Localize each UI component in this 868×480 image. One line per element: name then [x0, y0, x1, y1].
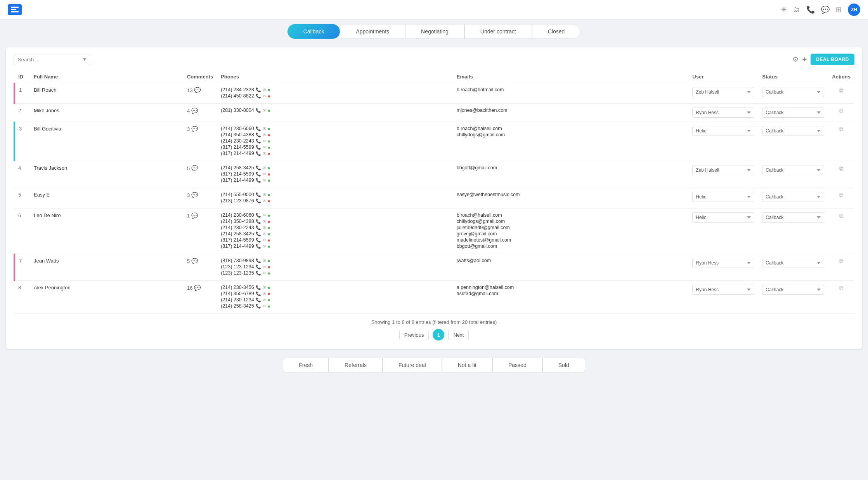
sms-icon[interactable]: ✉	[263, 94, 266, 99]
cell-status[interactable]: CallbackAppointmentsNegotiatingUnder con…	[758, 104, 828, 122]
add-icon[interactable]: +	[802, 55, 807, 64]
bottom-tab-not-a-fit[interactable]: Not a fit	[442, 358, 492, 372]
phone-call-icon[interactable]: 📞	[256, 264, 261, 270]
phone-call-icon[interactable]: 📞	[256, 198, 261, 203]
edit-icon[interactable]: ⧉	[839, 285, 844, 291]
filter-icon[interactable]: ⚙	[792, 55, 799, 64]
phone-call-icon[interactable]: 📞	[256, 126, 261, 131]
user-dropdown[interactable]: Zeb HalsellRyan HessHelio	[692, 126, 754, 136]
sms-icon[interactable]: ✉	[263, 172, 266, 177]
phone-call-icon[interactable]: 📞	[256, 285, 261, 290]
user-dropdown[interactable]: Zeb HalsellRyan HessHelio	[692, 165, 754, 175]
phone-call-icon[interactable]: 📞	[256, 271, 261, 276]
cell-user[interactable]: Zeb HalsellRyan HessHelio	[688, 104, 758, 122]
phone-call-icon[interactable]: 📞	[256, 151, 261, 156]
cell-user[interactable]: Zeb HalsellRyan HessHelio	[688, 188, 758, 209]
phone-call-icon[interactable]: 📞	[256, 297, 261, 303]
status-dropdown[interactable]: CallbackAppointmentsNegotiatingUnder con…	[762, 108, 824, 118]
search-dropdown-icon[interactable]: ▼	[82, 57, 87, 62]
deal-board-button[interactable]: DEAL BOARD	[811, 54, 854, 65]
user-avatar[interactable]: ZH	[848, 3, 860, 16]
phone-call-icon[interactable]: 📞	[256, 244, 261, 249]
sms-icon[interactable]: ✉	[263, 264, 266, 270]
phone-call-icon[interactable]: 📞	[256, 172, 261, 177]
bottom-tab-referrals[interactable]: Referrals	[329, 358, 383, 372]
edit-icon[interactable]: ⧉	[839, 87, 844, 94]
card-icon[interactable]: 🗂	[793, 5, 800, 14]
cell-user[interactable]: Zeb HalsellRyan HessHelio	[688, 254, 758, 281]
sms-icon[interactable]: ✉	[263, 108, 266, 113]
bottom-tab-passed[interactable]: Passed	[492, 358, 542, 372]
tab-closed[interactable]: Closed	[532, 24, 581, 39]
phone-call-icon[interactable]: 📞	[256, 213, 261, 218]
cell-user[interactable]: Zeb HalsellRyan HessHelio	[688, 161, 758, 188]
sms-icon[interactable]: ✉	[263, 285, 266, 290]
phone-call-icon[interactable]: 📞	[256, 165, 261, 170]
sms-icon[interactable]: ✉	[263, 213, 266, 218]
sms-icon[interactable]: ✉	[263, 87, 266, 92]
user-dropdown[interactable]: Zeb HalsellRyan HessHelio	[692, 212, 754, 223]
status-dropdown[interactable]: CallbackAppointmentsNegotiatingUnder con…	[762, 212, 824, 223]
status-dropdown[interactable]: CallbackAppointmentsNegotiatingUnder con…	[762, 126, 824, 136]
current-page[interactable]: 1	[433, 329, 444, 341]
sms-icon[interactable]: ✉	[263, 231, 266, 237]
phone-call-icon[interactable]: 📞	[256, 132, 261, 137]
search-input[interactable]	[18, 57, 80, 63]
message-icon[interactable]: 💬	[821, 5, 830, 14]
sms-icon[interactable]: ✉	[263, 165, 266, 170]
phone-call-icon[interactable]: 📞	[256, 139, 261, 144]
tab-callback[interactable]: Callback	[288, 24, 340, 39]
sms-icon[interactable]: ✉	[263, 271, 266, 276]
sms-icon[interactable]: ✉	[263, 291, 266, 296]
cell-user[interactable]: Zeb HalsellRyan HessHelio	[688, 281, 758, 314]
next-button[interactable]: Next	[448, 330, 469, 340]
sms-icon[interactable]: ✉	[263, 304, 266, 309]
sun-icon[interactable]: ☀	[781, 5, 787, 14]
status-dropdown[interactable]: CallbackAppointmentsNegotiatingUnder con…	[762, 87, 824, 97]
status-dropdown[interactable]: CallbackAppointmentsNegotiatingUnder con…	[762, 165, 824, 175]
app-logo[interactable]	[8, 4, 22, 15]
edit-icon[interactable]: ⧉	[839, 108, 844, 114]
edit-icon[interactable]: ⧉	[839, 165, 844, 172]
status-dropdown[interactable]: CallbackAppointmentsNegotiatingUnder con…	[762, 258, 824, 268]
sms-icon[interactable]: ✉	[263, 225, 266, 230]
phone-call-icon[interactable]: 📞	[256, 231, 261, 237]
cell-status[interactable]: CallbackAppointmentsNegotiatingUnder con…	[758, 161, 828, 188]
sms-icon[interactable]: ✉	[263, 192, 266, 197]
sms-icon[interactable]: ✉	[263, 244, 266, 249]
cell-user[interactable]: Zeb HalsellRyan HessHelio	[688, 209, 758, 254]
phone-call-icon[interactable]: 📞	[256, 94, 261, 99]
phone-call-icon[interactable]: 📞	[256, 258, 261, 263]
previous-button[interactable]: Previous	[399, 330, 429, 340]
cell-user[interactable]: Zeb HalsellRyan HessHelio	[688, 83, 758, 104]
cell-status[interactable]: CallbackAppointmentsNegotiatingUnder con…	[758, 209, 828, 254]
bottom-tab-fresh[interactable]: Fresh	[283, 358, 329, 372]
user-dropdown[interactable]: Zeb HalsellRyan HessHelio	[692, 108, 754, 118]
phone-call-icon[interactable]: 📞	[256, 219, 261, 224]
cell-status[interactable]: CallbackAppointmentsNegotiatingUnder con…	[758, 122, 828, 161]
sms-icon[interactable]: ✉	[263, 219, 266, 224]
phone-icon[interactable]: 📞	[806, 5, 815, 14]
cell-status[interactable]: CallbackAppointmentsNegotiatingUnder con…	[758, 281, 828, 314]
sms-icon[interactable]: ✉	[263, 132, 266, 137]
tab-appointments[interactable]: Appointments	[340, 24, 405, 39]
sms-icon[interactable]: ✉	[263, 258, 266, 263]
cell-status[interactable]: CallbackAppointmentsNegotiatingUnder con…	[758, 188, 828, 209]
tab-negotiating[interactable]: Negotiating	[405, 24, 464, 39]
phone-call-icon[interactable]: 📞	[256, 145, 261, 150]
bottom-tab-future-deal[interactable]: Future deal	[383, 358, 442, 372]
grid-icon[interactable]: ⊞	[836, 5, 842, 14]
user-dropdown[interactable]: Zeb HalsellRyan HessHelio	[692, 87, 754, 97]
sms-icon[interactable]: ✉	[263, 178, 266, 183]
phone-call-icon[interactable]: 📞	[256, 225, 261, 230]
sms-icon[interactable]: ✉	[263, 145, 266, 150]
sms-icon[interactable]: ✉	[263, 139, 266, 144]
user-dropdown[interactable]: Zeb HalsellRyan HessHelio	[692, 258, 754, 268]
bottom-tab-sold[interactable]: Sold	[542, 358, 585, 372]
status-dropdown[interactable]: CallbackAppointmentsNegotiatingUnder con…	[762, 192, 824, 202]
edit-icon[interactable]: ⧉	[839, 258, 844, 264]
status-dropdown[interactable]: CallbackAppointmentsNegotiatingUnder con…	[762, 285, 824, 295]
sms-icon[interactable]: ✉	[263, 126, 266, 131]
phone-call-icon[interactable]: 📞	[256, 238, 261, 243]
cell-status[interactable]: CallbackAppointmentsNegotiatingUnder con…	[758, 83, 828, 104]
